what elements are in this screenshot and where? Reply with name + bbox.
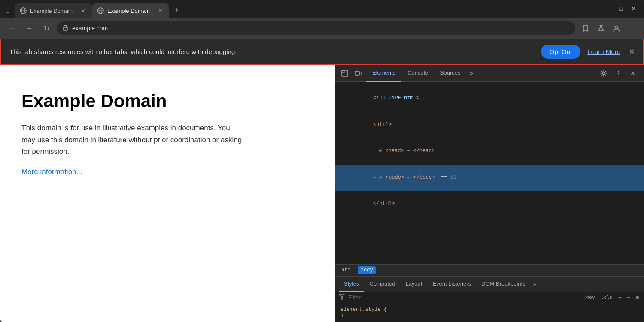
tab-strip-left: ⌄: [4, 8, 12, 18]
maximize-button[interactable]: □: [615, 3, 627, 15]
forward-button[interactable]: →: [22, 21, 36, 35]
devtools-panel: Elements Console Sources »: [335, 65, 644, 322]
devtools-breadcrumb: html body: [335, 264, 644, 276]
labs-button[interactable]: [594, 21, 608, 35]
styles-tab-more[interactable]: »: [531, 281, 539, 287]
learn-more-link[interactable]: Learn More: [587, 48, 620, 55]
back-button[interactable]: ←: [5, 21, 19, 35]
style-rule-close-brace: }: [340, 313, 343, 319]
hov-toggle[interactable]: :hov: [582, 294, 597, 301]
style-rule-close: }: [340, 313, 639, 319]
tab-title-1: Example Domain: [30, 8, 76, 14]
svg-point-15: [603, 72, 605, 74]
notification-bar: This tab shares resources with other tab…: [0, 39, 644, 65]
browser-window: ⌄ Example Domain ✕ Example Domain ✕ +: [0, 0, 644, 322]
tab-title-2: Example Domain: [107, 8, 153, 14]
devtools-tab-console[interactable]: Console: [401, 65, 434, 82]
bookmark-button[interactable]: [579, 21, 592, 35]
tab-close-2[interactable]: ✕: [156, 7, 164, 15]
dom-tree: <!DOCTYPE html> <html> ► <head> ⋯ </head…: [335, 82, 644, 264]
svg-marker-19: [339, 294, 344, 299]
notification-message: This tab shares resources with other tab…: [9, 48, 534, 55]
svg-point-10: [632, 30, 632, 31]
filter-icon: [339, 294, 345, 301]
minimize-button[interactable]: —: [602, 3, 614, 15]
svg-rect-13: [355, 71, 359, 75]
page-content: Example Domain This domain is for use in…: [0, 65, 335, 322]
close-button[interactable]: ✕: [628, 3, 640, 15]
page-body: This domain is for use in illustrative e…: [21, 122, 245, 157]
devtools-menu-button[interactable]: [612, 67, 624, 79]
copy-styles[interactable]: ⇥: [626, 294, 632, 301]
more-information-link[interactable]: More information...: [21, 168, 82, 176]
page-title: Example Domain: [21, 90, 313, 112]
dom-line-head[interactable]: ► <head> ⋯ </head>: [335, 138, 644, 165]
new-tab-button[interactable]: +: [171, 4, 183, 16]
style-rule-selector: element.style {: [340, 307, 387, 313]
svg-point-18: [618, 74, 619, 75]
styles-content: element.style { }: [335, 303, 644, 322]
devtools-tab-bar: Elements Console Sources »: [335, 65, 644, 82]
menu-button[interactable]: [625, 21, 639, 35]
svg-point-16: [618, 71, 619, 72]
window-controls: — □ ✕: [602, 3, 640, 18]
svg-point-8: [632, 26, 632, 27]
dom-line-html[interactable]: <html>: [335, 112, 644, 138]
address-bar[interactable]: example.com: [57, 21, 575, 35]
tab-list-chevron[interactable]: ⌄: [4, 8, 12, 15]
computed-sidebar[interactable]: ⊡: [634, 294, 641, 301]
tab-favicon-1: [20, 7, 27, 14]
svg-point-17: [618, 72, 619, 73]
dom-line-body[interactable]: ⋯ ► <body> ⋯ </body> == $0: [335, 165, 644, 191]
styles-filter-bar: :hov .cls + ⇥ ⊡: [335, 292, 644, 303]
profile-button[interactable]: [610, 21, 623, 35]
devtools-settings-button[interactable]: [598, 67, 610, 79]
inspect-element-button[interactable]: [339, 67, 351, 79]
toolbar-actions: [579, 21, 639, 35]
styles-filter-actions: :hov .cls + ⇥ ⊡: [582, 294, 641, 301]
address-text: example.com: [72, 25, 570, 32]
tab-close-1[interactable]: ✕: [79, 7, 87, 15]
tab-favicon-2: [97, 7, 104, 14]
device-toggle-button[interactable]: [352, 67, 365, 79]
refresh-button[interactable]: ↻: [39, 21, 53, 35]
devtools-tab-more[interactable]: »: [467, 65, 477, 82]
svg-rect-14: [360, 72, 361, 75]
devtools-tab-sources[interactable]: Sources: [434, 65, 467, 82]
content-area: Example Domain This domain is for use in…: [0, 65, 644, 322]
styles-filter-input[interactable]: [348, 294, 578, 301]
styles-tab-event-listeners[interactable]: Event Listeners: [427, 277, 476, 292]
opt-out-button[interactable]: Opt Out: [541, 45, 581, 59]
devtools-close-button[interactable]: ✕: [627, 67, 639, 79]
add-style-rule[interactable]: +: [617, 294, 623, 301]
styles-panel: Styles Computed Layout Event Listeners D…: [335, 276, 644, 322]
styles-tab-styles[interactable]: Styles: [339, 277, 364, 292]
styles-tab-layout[interactable]: Layout: [400, 277, 427, 292]
styles-tab-dom-breakpoints[interactable]: DOM Breakpoints: [476, 277, 531, 292]
styles-tab-computed[interactable]: Computed: [364, 277, 400, 292]
svg-rect-6: [63, 27, 67, 30]
devtools-tab-elements[interactable]: Elements: [366, 65, 401, 82]
breadcrumb-body[interactable]: body: [358, 266, 376, 274]
svg-point-9: [632, 28, 632, 29]
style-rule-1: element.style {: [340, 307, 639, 313]
browser-toolbar: ← → ↻ example.com: [0, 18, 644, 39]
browser-tab-2[interactable]: Example Domain ✕: [92, 3, 169, 18]
notification-close-button[interactable]: ✕: [629, 48, 635, 56]
security-icon: [62, 24, 69, 33]
browser-tab-1[interactable]: Example Domain ✕: [15, 3, 92, 18]
cls-toggle[interactable]: .cls: [599, 294, 614, 301]
breadcrumb-html[interactable]: html: [339, 266, 356, 274]
styles-tab-bar: Styles Computed Layout Event Listeners D…: [335, 277, 644, 292]
dom-line-html-close[interactable]: </html>: [335, 191, 644, 217]
devtools-tab-actions: ✕: [598, 67, 641, 79]
dom-line-doctype[interactable]: <!DOCTYPE html>: [335, 85, 644, 112]
tab-strip: ⌄ Example Domain ✕ Example Domain ✕ +: [0, 0, 644, 18]
